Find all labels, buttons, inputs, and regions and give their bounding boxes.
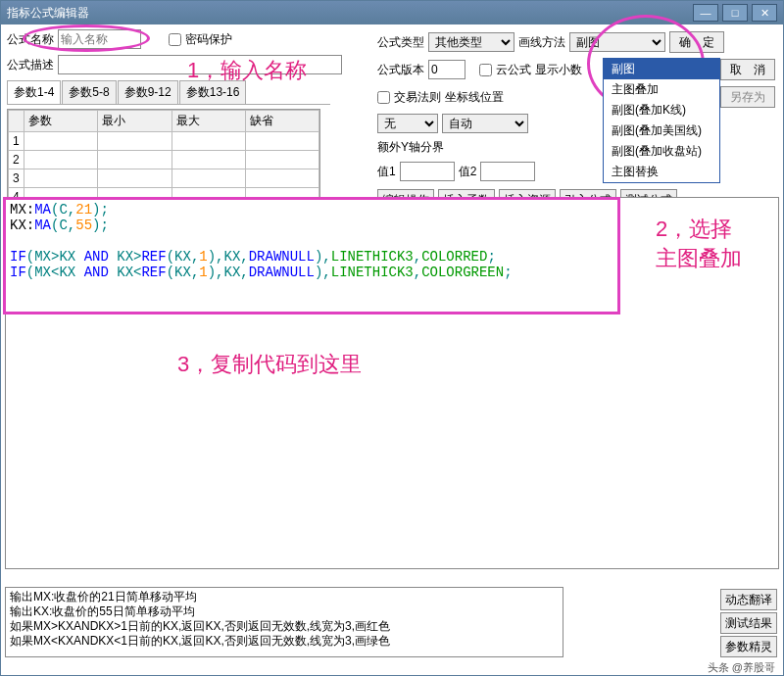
cloud-checkbox[interactable] <box>479 64 492 76</box>
paramwiz-button[interactable]: 参数精灵 <box>720 636 777 657</box>
table-row[interactable]: 1 <box>9 132 319 151</box>
col-def: 缺省 <box>245 111 318 132</box>
val2-input[interactable] <box>480 162 535 181</box>
dynparse-button[interactable]: 动态翻译 <box>720 589 777 610</box>
name-input[interactable] <box>58 29 141 49</box>
label-desc: 公式描述 <box>7 57 54 73</box>
type-select[interactable]: 其他类型 <box>428 32 514 52</box>
label-line: 画线方法 <box>518 34 565 51</box>
output-line: 如果MX>KXANDKX>1日前的KX,返回KX,否则返回无效数,线宽为3,画红… <box>10 619 559 634</box>
label-pwd: 密码保护 <box>185 31 232 48</box>
table-row[interactable]: 2 <box>9 151 319 169</box>
dropdown-opt[interactable]: 副图 <box>604 59 719 79</box>
sel1[interactable]: 无 <box>377 114 438 133</box>
ok-button[interactable]: 确 定 <box>669 31 724 53</box>
titlebar: 指标公式编辑器 — □ ✕ <box>1 1 783 24</box>
output-panel: 输出MX:收盘价的21日简单移动平均 输出KX:收盘价的55日简单移动平均 如果… <box>5 587 564 657</box>
desc-input[interactable] <box>58 55 342 74</box>
line-select[interactable]: 副图 <box>569 32 665 52</box>
saveas-button[interactable]: 另存为 <box>720 86 775 108</box>
label-cloud: 云公式 <box>496 62 531 78</box>
label-coord: 坐标线位置 <box>445 89 504 106</box>
trade-checkbox[interactable] <box>377 91 390 104</box>
ver-input[interactable] <box>428 60 466 79</box>
dropdown-opt[interactable]: 副图(叠加K线) <box>604 100 719 121</box>
maximize-icon[interactable]: □ <box>722 4 748 22</box>
dropdown-opt[interactable]: 副图(叠加收盘站) <box>604 141 719 162</box>
tab-params-13-16[interactable]: 参数13-16 <box>179 80 247 104</box>
table-row[interactable]: 3 <box>9 169 319 188</box>
label-trade: 交易法则 <box>394 89 441 106</box>
output-line: 如果MX<KXANDKX<1日前的KX,返回KX,否则返回无效数,线宽为3,画绿… <box>10 634 559 649</box>
tab-params-9-12[interactable]: 参数9-12 <box>118 80 178 104</box>
cancel-button[interactable]: 取 消 <box>720 59 775 80</box>
dropdown-opt[interactable]: 主图叠加 <box>604 79 719 100</box>
tab-params-1-4[interactable]: 参数1-4 <box>7 80 61 104</box>
window: 指标公式编辑器 — □ ✕ 公式名称 密码保护 公式描述 参数1-4 参数5-8… <box>0 0 784 676</box>
col-min: 最小 <box>98 111 172 132</box>
code-editor[interactable]: MX:MA(C,21); KX:MA(C,55); IF(MX>KX AND K… <box>5 197 779 569</box>
label-val1: 值1 <box>377 164 396 180</box>
window-controls: — □ ✕ <box>691 4 777 22</box>
val1-input[interactable] <box>400 162 455 181</box>
col-max: 最大 <box>172 111 245 132</box>
param-tabs: 参数1-4 参数5-8 参数9-12 参数13-16 <box>7 80 330 105</box>
footer-watermark: 头条 @养股哥 <box>708 660 775 675</box>
label-val2: 值2 <box>459 164 477 180</box>
col-param: 参数 <box>24 111 98 132</box>
minimize-icon[interactable]: — <box>693 4 718 22</box>
label-disp: 显示小数 <box>535 62 582 78</box>
window-title: 指标公式编辑器 <box>7 1 89 24</box>
sel2[interactable]: 自动 <box>442 114 528 133</box>
testres-button[interactable]: 测试结果 <box>720 612 777 634</box>
output-line: 输出MX:收盘价的21日简单移动平均 <box>10 590 559 604</box>
label-extraY: 额外Y轴分界 <box>377 139 444 156</box>
tab-params-5-8[interactable]: 参数5-8 <box>62 80 116 104</box>
dropdown-opt[interactable]: 副图(叠加美国线) <box>604 121 719 141</box>
side-buttons: 动态翻译 测试结果 参数精灵 <box>720 589 777 657</box>
output-line: 输出KX:收盘价的55日简单移动平均 <box>10 604 559 619</box>
label-ver: 公式版本 <box>377 62 424 78</box>
close-icon[interactable]: ✕ <box>752 4 777 22</box>
param-table: 参数 最小 最大 缺省 1 2 3 4 <box>7 109 320 208</box>
line-dropdown: 副图 主图叠加 副图(叠加K线) 副图(叠加美国线) 副图(叠加收盘站) 主图替… <box>603 58 720 183</box>
dropdown-opt[interactable]: 主图替换 <box>604 162 719 182</box>
label-name: 公式名称 <box>7 31 54 48</box>
label-type: 公式类型 <box>377 34 424 51</box>
pwd-checkbox[interactable] <box>169 33 181 46</box>
